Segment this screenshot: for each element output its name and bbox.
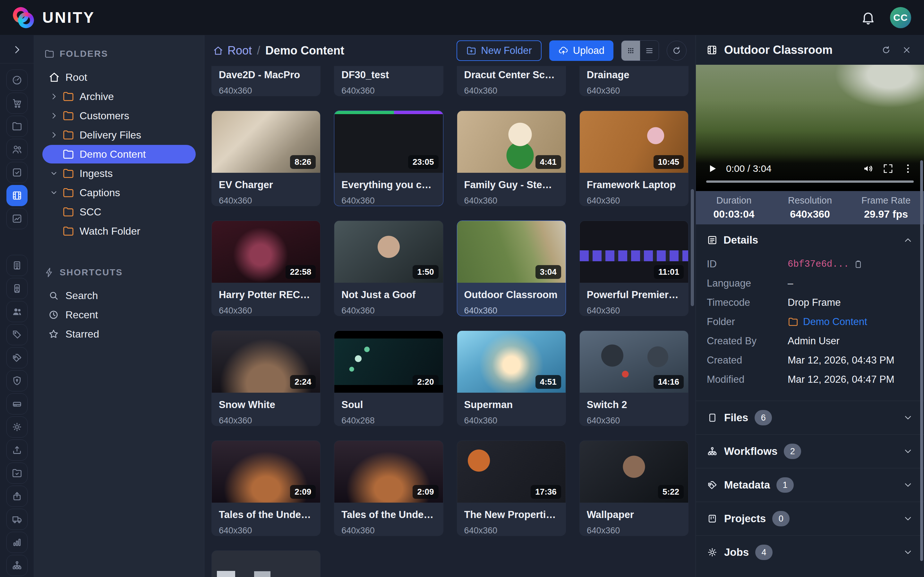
asset-tile-snow-white[interactable]: 2:24Snow White640x360 — [212, 330, 320, 426]
detail-row-created-by: Created ByAdmin User — [707, 332, 913, 351]
asset-tile-soul[interactable]: 2:20Soul640x268 — [334, 330, 443, 426]
refresh-button[interactable] — [667, 41, 687, 61]
folder-tree-item-customers[interactable]: Customers — [42, 106, 196, 125]
rail-item-hard-drive[interactable] — [6, 393, 27, 414]
rail-item-share-box[interactable] — [6, 486, 27, 507]
rail-item-truck[interactable] — [6, 509, 27, 530]
folder-tree-item-root[interactable]: Root — [42, 68, 196, 87]
folder-icon — [788, 316, 798, 327]
asset-tile-tales-of-the-underwo[interactable]: 2:09Tales of the Underwo...640x360 — [334, 440, 443, 536]
breadcrumb-separator: / — [257, 44, 260, 57]
avatar[interactable]: CC — [890, 7, 911, 28]
chevron-down-icon[interactable] — [48, 187, 60, 198]
asset-caption: The New Properties P...640x360 — [457, 503, 565, 536]
asset-tile-harry-potter-recap[interactable]: 22:58Harry Potter RECAP640x360 — [212, 221, 320, 316]
folder-tree-item-scc[interactable]: SCC — [42, 203, 196, 221]
asset-tile-wallpaper[interactable]: 5:22Wallpaper640x360 — [580, 440, 688, 536]
asset-tile-outdoor-classroom[interactable]: 3:04Outdoor Classroom640x360 — [457, 221, 566, 316]
section-workflows[interactable]: Workflows2 — [696, 434, 924, 468]
rail-item-tag[interactable] — [6, 324, 27, 345]
chevron-right-icon[interactable] — [48, 91, 60, 102]
video-player: 0:00 / 3:04 — [696, 65, 924, 191]
section-files[interactable]: Files6 — [696, 401, 924, 434]
asset-thumbnail: 4:41 — [457, 111, 565, 173]
upload-button[interactable]: Upload — [549, 40, 614, 61]
rail-item-tags[interactable] — [6, 347, 27, 368]
rail-item-users[interactable] — [6, 139, 27, 160]
chevron-down-icon[interactable] — [48, 168, 60, 179]
folder-tree-item-archive[interactable]: Archive — [42, 87, 196, 106]
section-metadata[interactable]: Metadata1 — [696, 468, 924, 502]
rail-item-upload-tray[interactable] — [6, 440, 27, 461]
asset-tile-dracut-center-school[interactable]: Dracut Center School...640x360 — [457, 66, 566, 96]
asset-caption: Harry Potter RECAP640x360 — [212, 283, 320, 316]
asset-caption: Dracut Center School...640x360 — [457, 66, 565, 96]
folder-tree-item-watch-folder[interactable]: Watch Folder — [42, 222, 196, 240]
section-jobs[interactable]: Jobs4 — [696, 535, 924, 569]
asset-tile-everything-you-can-d[interactable]: 23:05Everything you can d...640x360 — [334, 111, 443, 206]
rail-item-film[interactable] — [6, 185, 27, 206]
asset-tile-ev-charger[interactable]: 8:26EV Charger640x360 — [212, 111, 320, 206]
section-projects[interactable]: Projects0 — [696, 502, 924, 535]
rail-item-gear[interactable] — [6, 416, 27, 438]
folder-link[interactable]: Demo Content — [803, 316, 867, 327]
rail-item-bar-chart[interactable] — [6, 532, 27, 553]
rail-item-users-filled[interactable] — [6, 301, 27, 322]
rail-expand-button[interactable] — [7, 40, 27, 59]
rail-item-sitemap[interactable] — [6, 555, 27, 576]
fullscreen-button[interactable] — [882, 163, 894, 174]
main-scrollbar[interactable] — [691, 189, 694, 306]
notifications-button[interactable] — [861, 10, 876, 25]
new-folder-button[interactable]: New Folder — [457, 40, 541, 61]
shortcut-recent[interactable]: Recent — [42, 305, 196, 324]
breadcrumb: Root / Demo Content — [213, 44, 344, 57]
asset-tile-partial[interactable] — [212, 550, 320, 577]
grid-view-button[interactable] — [622, 41, 640, 61]
rail-item-folder[interactable] — [6, 116, 27, 137]
breadcrumb-root-link[interactable]: Root — [213, 44, 252, 57]
shortcut-search[interactable]: Search — [42, 286, 196, 305]
detail-label: Language — [707, 277, 788, 289]
copy-id-button[interactable] — [853, 259, 863, 269]
inspector-scrollbar[interactable] — [920, 160, 923, 561]
asset-tile-framework-laptop[interactable]: 10:45Framework Laptop640x360 — [580, 111, 688, 206]
chevron-right-icon — [50, 131, 58, 139]
rail-item-building[interactable] — [6, 255, 27, 276]
asset-tile-drainage[interactable]: Drainage640x360 — [580, 66, 688, 96]
chevron-right-icon[interactable] — [48, 129, 60, 141]
chevron-right-icon[interactable] — [48, 110, 60, 121]
rail-item-smartphone[interactable] — [6, 278, 27, 299]
asset-tile-dave2d-macpro[interactable]: Dave2D - MacPro640x360 — [212, 66, 320, 96]
more-options-button[interactable] — [902, 163, 914, 174]
folder-tree-item-delivery-files[interactable]: Delivery Files — [42, 126, 196, 144]
asset-tile-the-new-properties-p[interactable]: 17:36The New Properties P...640x360 — [457, 440, 566, 536]
asset-tile-switch-2[interactable]: 14:16Switch 2640x360 — [580, 330, 688, 426]
player-progress-bar[interactable] — [706, 181, 914, 183]
rail-item-gauge[interactable] — [6, 69, 27, 91]
asset-tile-df30-test[interactable]: DF30_test640x360 — [334, 66, 443, 96]
asset-tile-superman[interactable]: 4:51Superman640x360 — [457, 330, 566, 426]
volume-button[interactable] — [863, 163, 874, 174]
inspector-refresh-button[interactable] — [879, 43, 893, 57]
folder-tree-item-ingests[interactable]: Ingests — [42, 164, 196, 183]
asset-tile-powerful-premiere-au[interactable]: 11:01Powerful Premiere Au...640x360 — [580, 221, 688, 316]
rail-item-check-square[interactable] — [6, 162, 27, 183]
rail-item-shield[interactable] — [6, 370, 27, 392]
list-view-button[interactable] — [640, 41, 659, 61]
details-header[interactable]: Details — [707, 234, 913, 246]
asset-tile-tales-of-the-underwo[interactable]: 2:09Tales of the Underwo...640x360 — [212, 440, 320, 536]
asset-tile-family-guy-stewie-g[interactable]: 4:41Family Guy - Stewie G...640x360 — [457, 111, 566, 206]
asset-tile-not-just-a-goof[interactable]: 1:50Not Just a Goof640x360 — [334, 221, 443, 316]
folder-tree-item-demo-content[interactable]: Demo Content — [42, 145, 196, 163]
play-button[interactable] — [706, 163, 718, 174]
chevron-down-icon — [903, 446, 913, 456]
shortcut-starred[interactable]: Starred — [42, 324, 196, 343]
folder-tree-item-captions[interactable]: Captions — [42, 183, 196, 202]
rail-item-line-chart[interactable] — [6, 208, 27, 229]
folder-icon — [62, 167, 74, 179]
folder-label: Ingests — [79, 168, 113, 179]
inspector-close-button[interactable] — [900, 43, 914, 57]
asset-title: EV Charger — [219, 179, 313, 191]
rail-item-cart[interactable] — [6, 93, 27, 114]
rail-item-folder-check[interactable] — [6, 463, 27, 484]
